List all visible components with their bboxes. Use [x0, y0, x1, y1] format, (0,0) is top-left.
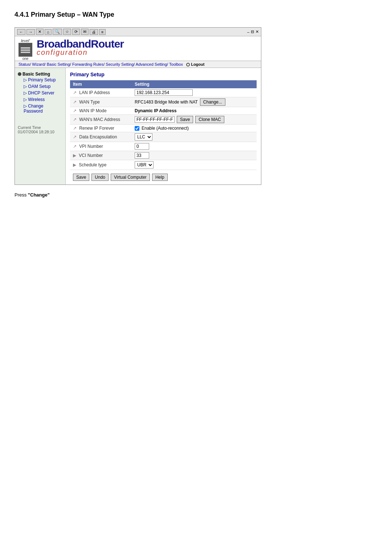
save-button[interactable]: Save — [73, 174, 89, 181]
nav-status[interactable]: Status/ — [19, 62, 31, 66]
page-title: 4.4.1 Primary Setup – WAN Type — [15, 11, 377, 19]
renew-label: Enable (Auto-reconnect) — [142, 126, 189, 131]
brand-one: one — [23, 57, 29, 61]
col-setting: Setting — [132, 80, 257, 88]
vci-input[interactable] — [135, 152, 149, 159]
restore-icon[interactable]: ⊟ — [251, 29, 254, 34]
nav-toolbox[interactable]: Toolbox — [169, 62, 183, 66]
minimize-icon[interactable]: – — [247, 30, 249, 34]
sidebar-item-primary[interactable]: ▷ Primary Setup — [18, 77, 62, 83]
table-row: ↗ Renew IP Forever Enable (Auto-reconnec… — [70, 125, 257, 132]
router-brand: BroadbandRouter configuration — [37, 39, 257, 56]
table-row: ↗ WAN Type RFC1483 Bridge Mode with NAT … — [70, 97, 257, 107]
setting-vpi — [132, 142, 257, 151]
item-wan-ip-mode: ↗ WAN IP Mode — [70, 107, 132, 115]
toolbar-right: – ⊟ ✕ — [247, 29, 259, 34]
arrow-icon: ▷ — [24, 90, 28, 96]
search-button[interactable]: 🔍 — [53, 29, 62, 35]
arrow-icon: ↗ — [73, 126, 77, 131]
router-logo-icon — [19, 43, 32, 57]
schedule-select[interactable]: UBR — [135, 161, 154, 169]
sidebar-item-wireless[interactable]: ▷ Wireless — [18, 96, 62, 103]
arrow-icon: ↗ — [73, 117, 77, 122]
nav-forwarding[interactable]: Forwarding Rules/ — [72, 62, 105, 66]
arrow-icon: ▷ — [24, 84, 28, 89]
sidebar: Basic Setting ▷ Primary Setup ▷ OAM Setu… — [15, 68, 66, 185]
vpi-input[interactable] — [135, 143, 149, 150]
renew-checkbox[interactable] — [135, 126, 139, 131]
encap-select[interactable]: LLC — [135, 133, 152, 141]
favorites-button[interactable]: ☆ — [63, 29, 71, 35]
col-item: Item — [70, 80, 132, 88]
sidebar-section-title[interactable]: Basic Setting — [18, 72, 62, 77]
sidebar-section-basic: Basic Setting ▷ Primary Setup ▷ OAM Setu… — [15, 71, 65, 115]
mail-button[interactable]: ✉ — [81, 29, 89, 35]
nav-basic-setting[interactable]: Basic Setting/ — [47, 62, 71, 66]
arrow-icon: ↗ — [73, 100, 77, 105]
wan-ip-mode-value: Dynamic IP Address — [135, 108, 176, 113]
save-mac-button[interactable]: Save — [177, 116, 193, 123]
arrow-icon: ↗ — [73, 144, 77, 149]
forward-button[interactable]: → — [26, 29, 35, 35]
current-time: Current Time 01/07/2004 18:28:10 — [15, 122, 65, 135]
setting-encap: LLC — [132, 132, 257, 142]
setting-vci — [132, 151, 257, 160]
back-button[interactable]: ← — [17, 29, 25, 35]
content-area: Primary Setup Item Setting ↗ LAN IP Addr… — [66, 68, 261, 185]
nav-security[interactable]: Security Setting/ — [106, 62, 135, 66]
browser-window: ← → ✕ ⌂ 🔍 ☆ ⟳ ✉ 🖨 ≡ – ⊟ ✕ level' — [15, 27, 261, 185]
help-button[interactable]: Help — [152, 174, 168, 181]
arrow-icon: ▷ — [24, 97, 28, 102]
table-row: ▶ VCI Number — [70, 151, 257, 160]
item-encap: ↗ Data Encapsulation — [70, 132, 132, 142]
arrow-icon: ▶ — [73, 162, 76, 167]
item-schedule: ▶ Schedule type — [70, 160, 132, 170]
wan-mac-input[interactable] — [135, 116, 175, 123]
sidebar-item-dhcp[interactable]: ▷ DHCP Server — [18, 90, 62, 96]
wan-type-text: RFC1483 Bridge Mode with NAT — [135, 100, 198, 105]
setting-wan-type: RFC1483 Bridge Mode with NAT Change... — [132, 97, 257, 107]
router-logo-box: level' one — [19, 39, 32, 61]
virtual-computer-button[interactable]: Virtual Computer — [111, 174, 150, 181]
logout-link[interactable]: Logout — [191, 62, 204, 66]
svg-rect-1 — [21, 49, 30, 51]
table-row: ↗ VPI Number — [70, 142, 257, 151]
nav-wizard[interactable]: Wizard/ — [32, 62, 45, 66]
sidebar-item-password[interactable]: ▷ Change Password — [18, 103, 62, 114]
arrow-icon: ▶ — [73, 153, 76, 158]
history-button[interactable]: ⟳ — [72, 29, 80, 35]
undo-button[interactable]: Undo — [91, 174, 109, 181]
setting-lan-ip — [132, 88, 257, 97]
sidebar-item-oam[interactable]: ▷ OAM Setup — [18, 83, 62, 90]
press-note: Press "Change" — [15, 192, 377, 198]
table-row: ↗ WAN's MAC Address Save Clone MAC — [70, 115, 257, 125]
router-header: level' one BroadbandRouter configuration — [15, 36, 261, 61]
logo-text: level' — [21, 39, 30, 43]
edit-button[interactable]: ≡ — [99, 29, 106, 35]
clone-mac-button[interactable]: Clone MAC — [195, 116, 224, 123]
home-button[interactable]: ⌂ — [45, 29, 52, 35]
section-radio — [18, 72, 21, 76]
item-vci: ▶ VCI Number — [70, 151, 132, 160]
stop-button[interactable]: ✕ — [36, 29, 44, 35]
item-renew-ip: ↗ Renew IP Forever — [70, 125, 132, 132]
nav-advanced[interactable]: Advanced Setting/ — [136, 62, 168, 66]
toolbar-left: ← → ✕ ⌂ 🔍 ☆ ⟳ ✉ 🖨 ≡ — [17, 29, 106, 35]
lan-ip-input[interactable] — [135, 89, 193, 96]
table-row: ↗ Data Encapsulation LLC — [70, 132, 257, 142]
setting-schedule: UBR — [132, 160, 257, 170]
brand-title: BroadbandRouter — [37, 39, 257, 49]
arrow-icon: ↗ — [73, 134, 77, 139]
item-wan-type: ↗ WAN Type — [70, 97, 132, 107]
arrow-icon: ↗ — [73, 108, 77, 113]
item-lan-ip: ↗ LAN IP Address — [70, 88, 132, 97]
content-title: Primary Setup — [70, 72, 257, 77]
close-icon[interactable]: ✕ — [256, 29, 259, 34]
settings-table: Item Setting ↗ LAN IP Address — [70, 80, 257, 170]
logout-radio — [186, 63, 190, 66]
print-button[interactable]: 🖨 — [90, 29, 98, 35]
table-row: ↗ LAN IP Address — [70, 88, 257, 97]
change-button[interactable]: Change... — [200, 98, 225, 106]
footer-buttons: Save Undo Virtual Computer Help — [70, 174, 257, 181]
item-wan-mac: ↗ WAN's MAC Address — [70, 115, 132, 125]
